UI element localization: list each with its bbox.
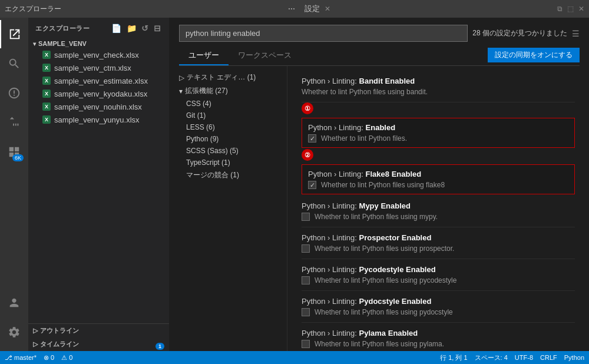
status-right-item[interactable]: スペース: 4 [475, 353, 508, 362]
title-bar: エクスプローラー ⋯ 設定 ✕ ⧉ ⬚ ✕ [0, 0, 589, 18]
folder-item[interactable]: ▾ SAMPLE_VENV [28, 39, 169, 48]
errors-status[interactable]: ⊗ 0 [44, 354, 54, 362]
file-name: sample_venv_kyodaku.xlsx [54, 90, 147, 98]
window-layout-icon[interactable]: ⬚ [567, 5, 574, 13]
warnings-status[interactable]: ⚠ 0 [61, 354, 72, 362]
file-name: sample_venv_nouhin.xlsx [54, 102, 142, 111]
checkbox-row-pylama: Whether to lint Python files using pylam… [302, 340, 575, 348]
checkbox-row-pydocstyle: Whether to lint Python files using pydoc… [302, 308, 575, 316]
setting-item-pydocstyle: Python › Linting: Pydocstyle EnabledWhet… [302, 291, 575, 323]
excel-icon: X [42, 115, 51, 124]
checkbox-mypy[interactable] [302, 213, 310, 221]
status-right-item[interactable]: UTF-8 [515, 353, 533, 362]
checkbox-pydocstyle[interactable] [302, 308, 310, 316]
sync-button[interactable]: 設定の同期をオンにする [488, 48, 580, 62]
new-folder-icon[interactable]: 📁 [125, 22, 138, 34]
folder-arrow-icon: ▾ [33, 41, 36, 47]
activity-extensions[interactable]: 6K [0, 138, 28, 166]
toc-item[interactable]: ▷ テキスト エディ… (1) [170, 71, 287, 84]
outline-label: アウトライン [40, 326, 79, 335]
setting-item-mypy: Python › Linting: Mypy EnabledWhether to… [302, 196, 575, 227]
checkbox-prospector[interactable] [302, 244, 310, 253]
sidebar-header-icons: 📄 📁 ↺ ⊟ [110, 22, 162, 34]
checkbox-label-flake8: Whether to lint Python files using flake… [321, 181, 445, 189]
setting-item-pycodestyle: Python › Linting: Pycodestyle EnabledWhe… [302, 259, 575, 291]
search-result-count: 28 個の設定が見つかりました [472, 28, 567, 38]
setting-inner-mypy: Python › Linting: Mypy EnabledWhether to… [302, 196, 575, 227]
checkbox-label-mypy: Whether to lint Python files using mypy. [315, 213, 438, 221]
activity-account[interactable] [0, 289, 28, 317]
activity-git[interactable] [0, 79, 28, 107]
toc-arrow: ▷ [179, 74, 184, 82]
timeline-section[interactable]: ▷ タイムライン 1 [28, 337, 169, 351]
status-right-item[interactable]: 行 1, 列 1 [440, 353, 467, 362]
git-branch-status[interactable]: ⎇ master* [5, 354, 37, 362]
timeline-label: タイムライン [40, 340, 79, 349]
activity-explorer[interactable] [0, 20, 28, 48]
toc-item[interactable]: CSS (4) [170, 98, 287, 110]
activity-search[interactable] [0, 49, 28, 78]
sidebar: エクスプローラー 📄 📁 ↺ ⊟ ▾ SAMPLE_VENV Xsample_v… [28, 18, 170, 351]
svg-rect-1 [15, 147, 19, 151]
toc-item[interactable]: Git (1) [170, 110, 287, 121]
settings-search-input[interactable] [179, 25, 468, 42]
toc-item[interactable]: Python (9) [170, 133, 287, 145]
refresh-icon[interactable]: ↺ [140, 22, 150, 34]
status-right-item[interactable]: CRLF [540, 353, 557, 362]
window-split-icon[interactable]: ⧉ [557, 5, 562, 13]
settings-panel: 28 個の設定が見つかりました ☰ ユーザー ワークスペース 設定の同期をオンに… [170, 18, 589, 351]
file-item[interactable]: Xsample_venv_kyodaku.xlsx [28, 87, 169, 100]
toc-item[interactable]: ▾ 拡張機能 (27) [170, 84, 287, 98]
toc-item[interactable]: LESS (6) [170, 121, 287, 133]
timeline-arrow-icon: ▷ [33, 340, 38, 348]
collapse-icon[interactable]: ⊟ [153, 22, 163, 34]
settings-toc: ▷ テキスト エディ… (1)▾ 拡張機能 (27)CSS (4)Git (1)… [170, 66, 287, 351]
file-item[interactable]: Xsample_venv_ctm.xlsx [28, 61, 169, 74]
search-list-icon[interactable]: ☰ [572, 29, 580, 38]
outline-section[interactable]: ▷ アウトライン [28, 324, 169, 337]
activity-bar: 6K [0, 18, 28, 351]
excel-icon: X [42, 51, 51, 59]
checkbox-label-pylama: Whether to lint Python files using pylam… [315, 340, 444, 348]
excel-icon: X [42, 102, 51, 111]
checkbox-flake8[interactable]: ✓ [308, 181, 316, 189]
file-item[interactable]: Xsample_venv_nouhin.xlsx [28, 100, 169, 113]
setting-item-pylama: Python › Linting: Pylama EnabledWhether … [302, 323, 575, 351]
toc-arrow: ▾ [179, 87, 183, 95]
setting-item-bandit: Python › Linting: Bandit EnabledWhether … [302, 71, 575, 102]
checkbox-row-enabled: ✓Whether to lint Python files. [308, 134, 568, 143]
activity-debug[interactable] [0, 108, 28, 137]
status-bar: ⎇ master* ⊗ 0 ⚠ 0 行 1, 列 1スペース: 4UTF-8CR… [0, 351, 589, 364]
warnings-label: ⚠ 0 [61, 354, 72, 362]
settings-header: 28 個の設定が見つかりました ☰ ユーザー ワークスペース 設定の同期をオンに… [170, 18, 589, 66]
setting-item-prospector: Python › Linting: Prospector EnabledWhet… [302, 227, 575, 259]
setting-title-enabled: Python › Linting: Enabled [308, 123, 568, 132]
checkbox-pycodestyle[interactable] [302, 276, 310, 284]
toc-item[interactable]: SCSS (Sass) (5) [170, 145, 287, 157]
circle-num-flake8: ② [302, 149, 313, 161]
setting-inner-pylama: Python › Linting: Pylama EnabledWhether … [302, 323, 575, 351]
settings-tab-close[interactable]: ✕ [325, 5, 330, 13]
folder-label: SAMPLE_VENV [38, 40, 87, 47]
more-icon[interactable]: ⋯ [288, 5, 295, 13]
settings-tab-label[interactable]: 設定 [305, 4, 320, 14]
checkbox-enabled[interactable]: ✓ [308, 134, 316, 143]
checkbox-label-pydocstyle: Whether to lint Python files using pydoc… [315, 308, 453, 316]
status-right-item[interactable]: Python [564, 353, 584, 362]
tab-workspace[interactable]: ワークスペース [229, 47, 301, 65]
toc-item[interactable]: マージの競合 (1) [170, 168, 287, 182]
activity-settings[interactable] [0, 318, 28, 346]
outline-arrow-icon: ▷ [33, 327, 38, 335]
window-close-icon[interactable]: ✕ [578, 5, 584, 13]
new-file-icon[interactable]: 📄 [110, 22, 123, 34]
file-item[interactable]: Xsample_venv_estimate.xlsx [28, 74, 169, 87]
tab-user[interactable]: ユーザー [179, 47, 229, 65]
toc-item[interactable]: TypeScript (1) [170, 157, 287, 168]
checkbox-row-flake8: ✓Whether to lint Python files using flak… [308, 181, 568, 189]
setting-title-mypy: Python › Linting: Mypy Enabled [302, 201, 575, 210]
checkbox-pylama[interactable] [302, 340, 310, 348]
setting-title-prospector: Python › Linting: Prospector Enabled [302, 233, 575, 242]
file-item[interactable]: Xsample_venv_yunyu.xlsx [28, 113, 169, 126]
file-item[interactable]: Xsample_venv_check.xlsx [28, 48, 169, 61]
file-list: Xsample_venv_check.xlsxXsample_venv_ctm.… [28, 48, 169, 126]
